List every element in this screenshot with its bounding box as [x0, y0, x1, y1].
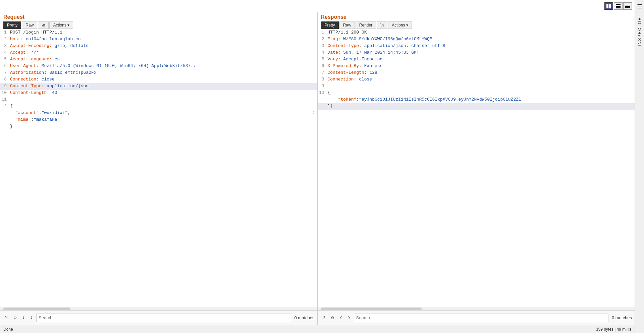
request-line-6: 6 User-Agent: Mozilla/5.0 (Windows NT 10… [0, 63, 317, 70]
response-code-area[interactable]: 1 HTTP/1.1 200 OK 2 Etag: W/"80-SYdkaYXW… [318, 29, 635, 307]
svg-rect-6 [625, 6, 630, 7]
compact-view-button[interactable] [623, 2, 632, 10]
response-line-6: 6 X-Powered-By: Express [318, 63, 635, 70]
request-search-prev-icon[interactable]: ❮ [20, 315, 27, 321]
response-tab-newline[interactable]: \n [377, 21, 387, 29]
request-line-11: 11 [0, 97, 317, 103]
response-search-help-icon[interactable]: ? [320, 314, 328, 322]
request-actions-button[interactable]: Actions ▾ [49, 21, 73, 29]
response-search-prev-icon[interactable]: ❮ [338, 315, 344, 321]
request-search-settings-icon[interactable]: ⚙ [11, 314, 19, 322]
response-panel: Response Pretty Raw Render \n Actions ▾ … [318, 12, 635, 325]
drag-handle: ⋮ [311, 110, 316, 117]
response-line-12: }| [318, 103, 635, 110]
request-tab-raw[interactable]: Raw [22, 21, 37, 29]
split-view-button[interactable] [604, 2, 613, 10]
response-line-1: 1 HTTP/1.1 200 OK [318, 30, 635, 36]
response-search-next-icon[interactable]: ❯ [346, 315, 353, 321]
svg-rect-2 [616, 4, 621, 5]
list-view-button[interactable] [614, 2, 623, 10]
response-title: Response [321, 14, 632, 20]
svg-rect-0 [606, 4, 608, 8]
response-actions-button[interactable]: Actions ▾ [388, 21, 412, 29]
view-icons [604, 2, 632, 10]
response-tabs: Pretty Raw Render \n Actions ▾ [321, 21, 632, 29]
svg-rect-4 [616, 7, 621, 8]
request-line-15: } [0, 123, 317, 130]
request-matches-label: 0 matches [294, 315, 315, 320]
response-line-4: 4 Date: Sun, 17 Mar 2024 14:45:33 GMT [318, 50, 635, 56]
request-scrollbar[interactable] [0, 307, 317, 310]
request-line-7: 7 Authorization: Basic emthcTp6a2Fx [0, 70, 317, 76]
request-line-5: 5 Accept-Language: en [0, 56, 317, 63]
request-code-area[interactable]: 1 POST /login HTTP/1.1 2 Host: coi04fho.… [0, 29, 317, 307]
response-tab-render[interactable]: Render [356, 21, 376, 29]
response-search-bar: ? ⚙ ❮ ❯ 0 matches [318, 310, 635, 325]
request-tab-newline[interactable]: \n [38, 21, 49, 29]
request-line-14: “mima”:“makamaka” [0, 117, 317, 123]
request-line-4: 4 Accept: */* [0, 50, 317, 56]
request-panel: Request Pretty Raw \n Actions ▾ 1 POST /… [0, 12, 318, 325]
response-scrollbar[interactable] [318, 307, 635, 310]
status-left: Done [3, 327, 13, 332]
request-search-bar: ? ⚙ ❮ ❯ 0 matches [0, 310, 317, 325]
request-line-8: 8 Connection: close [0, 76, 317, 83]
response-search-input[interactable] [354, 314, 609, 322]
main-content: Request Pretty Raw \n Actions ▾ 1 POST /… [0, 0, 635, 333]
response-tab-raw[interactable]: Raw [339, 21, 355, 29]
request-line-9: 9 Content-Type: application/json [0, 83, 317, 90]
request-search-next-icon[interactable]: ❯ [28, 315, 35, 321]
status-bar: Done 359 bytes | 49 millis [0, 325, 635, 333]
request-scrollbar-thumb[interactable] [3, 308, 70, 310]
chevron-down-icon-response: ▾ [406, 23, 408, 27]
request-tab-pretty[interactable]: Pretty [3, 21, 21, 29]
request-line-1: 1 POST /login HTTP/1.1 [0, 30, 317, 36]
response-line-2: 2 Etag: W/"80-SYdkaYXWO/I96gQmfn6ciOMLYW… [318, 36, 635, 43]
request-line-3: 3 Accept-Encoding: gzip, deflate [0, 43, 317, 50]
request-line-10: 10 Content-Length: 40 [0, 90, 317, 97]
response-search-settings-icon[interactable]: ⚙ [329, 314, 336, 322]
svg-rect-5 [625, 5, 630, 5]
response-matches-label: 0 matches [612, 315, 632, 320]
response-line-5: 5 Vary: Accept-Encoding [318, 56, 635, 63]
request-line-12: 12 { [0, 103, 317, 110]
request-line-13: “account”:“wuxidixi”, ⋮ [0, 110, 317, 117]
response-line-10: 10 { [318, 90, 635, 97]
response-line-7: 7 Content-Length: 128 [318, 70, 635, 76]
response-line-3: 3 Content-Type: application/json; charse… [318, 43, 635, 50]
response-line-8: 8 Connection: close [318, 76, 635, 83]
svg-rect-1 [609, 4, 611, 8]
request-tabs: Pretty Raw \n Actions ▾ [3, 21, 314, 29]
request-title: Request [3, 14, 314, 20]
top-bar [0, 0, 635, 12]
right-sidebar: ☰ INSPECTOR [635, 0, 644, 333]
response-tab-pretty[interactable]: Pretty [321, 21, 339, 29]
chevron-down-icon: ▾ [67, 23, 69, 27]
svg-rect-7 [625, 7, 630, 8]
response-panel-header: Response Pretty Raw Render \n Actions ▾ [318, 12, 635, 29]
request-line-2: 2 Host: coi04fho.lab.aqlab.cn [0, 36, 317, 43]
inspector-label: INSPECTOR [637, 17, 642, 46]
request-search-help-icon[interactable]: ? [3, 314, 10, 322]
request-panel-header: Request Pretty Raw \n Actions ▾ [0, 12, 317, 29]
panels-row: Request Pretty Raw \n Actions ▾ 1 POST /… [0, 12, 635, 325]
response-scrollbar-thumb[interactable] [321, 308, 422, 310]
response-line-9: 9 [318, 83, 635, 90]
request-search-input[interactable] [36, 314, 291, 322]
svg-rect-3 [616, 6, 621, 7]
sidebar-menu-icon[interactable]: ☰ [637, 3, 642, 10]
response-line-11: “token”:“eyJhbGciOiJIUzI1NiIsInR5cCI6Ikp… [318, 97, 635, 103]
status-right: 359 bytes | 49 millis [596, 327, 631, 332]
